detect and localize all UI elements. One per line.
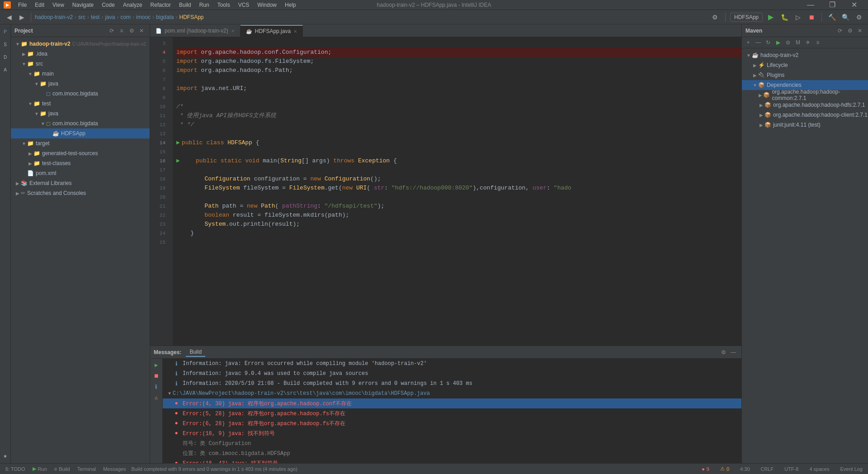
msg-row-4[interactable]: ● Error:(4, 30) java: 程序包org.apache.hado… [163,398,741,408]
bottom-tab-build[interactable]: Build [186,348,205,357]
maven-add-button[interactable]: + [744,38,753,47]
sync-button[interactable]: ⟳ [107,26,116,35]
maven-run-button[interactable]: ▶ [774,38,783,47]
database-icon[interactable]: D [0,52,11,62]
msg-row-2[interactable]: ℹ Information: 2020/5/10 21:08 - Build c… [163,379,741,389]
menu-run[interactable]: Run [196,1,213,9]
menu-view[interactable]: View [49,1,68,9]
tree-package-main[interactable]: ▶ ◻ com.imooc.bigdata [11,89,150,99]
tree-test[interactable]: ▼ 📁 test [11,99,150,109]
tab-hdfsapp[interactable]: ☕ HDFSApp.java ✕ [241,25,303,37]
menu-vcs[interactable]: VCS [235,1,253,9]
settings-button[interactable]: ⚙ [710,12,721,23]
breadcrumb-imooc[interactable]: imooc [136,14,151,20]
tab-hdfsapp-close[interactable]: ✕ [293,29,297,34]
maven-skip-tests-button[interactable]: ⊘ [783,38,793,47]
tree-hdfsapp[interactable]: ▶ ☕ HDFSApp [11,128,150,138]
forward-button[interactable]: ▶ [16,12,27,23]
panel-close-button[interactable]: ✕ [137,26,146,35]
structure-icon[interactable]: S [0,39,11,50]
build-button[interactable]: 🔨 [826,12,837,23]
terminal-button[interactable]: Terminal [75,465,98,473]
warnings-button[interactable]: ⚠ 0 [718,465,731,473]
run-with-coverage-button[interactable]: ▷ [793,12,803,23]
tree-scratches[interactable]: ▶ ✏ Scratches and Consoles [11,188,150,198]
breadcrumb-com[interactable]: com [120,14,131,20]
maven-root[interactable]: ▼ ☕ hadoop-train-v2 [742,50,868,60]
search-everywhere-button[interactable]: 🔍 [840,12,851,23]
maven-collapse-button[interactable]: ≡ [813,38,822,47]
maven-dep-hadoop-client[interactable]: ▶ 📦 org.apache.hadoop:hadoop-client:2.7.… [742,110,868,120]
indent-button[interactable]: 4 spaces [807,465,831,473]
maven-toggle-offline-button[interactable]: ✈ [803,38,812,47]
ant-icon[interactable]: A [0,64,11,75]
breadcrumb-bigdata[interactable]: bigdata [156,14,174,20]
maven-update-button[interactable]: ↻ [764,38,773,47]
bottom-info-button[interactable]: ℹ [152,382,161,391]
tab-pom-close[interactable]: ✕ [231,28,235,33]
breadcrumb-class[interactable]: HDFSApp [179,14,203,20]
encoding-button[interactable]: UTF-8 [783,465,800,473]
tree-test-classes[interactable]: ▶ 📁 test-classes [11,158,150,168]
settings2-button[interactable]: ⚙ [854,12,864,23]
breadcrumb-java[interactable]: java [105,14,115,20]
tree-main[interactable]: ▼ 📁 main [11,69,150,79]
msg-row-7[interactable]: ● Error:(18, 9) java: 找不到符号 [163,428,741,438]
bottom-run-button[interactable]: ▶ [152,360,161,370]
minimize-button[interactable]: — [800,0,821,10]
bottom-warn-button[interactable]: ⚠ [152,393,161,402]
menu-help[interactable]: Help [281,1,300,9]
menu-build[interactable]: Build [175,1,195,9]
tab-pom[interactable]: 📄 pom.xml (hadoop-train-v2) ✕ [150,25,241,37]
menu-refactor[interactable]: Refactor [147,1,175,9]
msg-row-0[interactable]: ℹ Information: java: Errors occurred whi… [163,359,741,369]
menu-tools[interactable]: Tools [214,1,234,9]
menu-code[interactable]: Code [98,1,118,9]
debug-button[interactable]: 🐛 [779,12,790,23]
favorites-icon[interactable]: ★ [0,450,11,461]
menu-edit[interactable]: Edit [31,1,48,9]
maven-close-button[interactable]: ✕ [855,26,864,35]
breadcrumb-test[interactable]: test [91,14,99,20]
msg-row-9[interactable]: 位置: 类 com.imooc.bigdata.HDFSApp [163,448,741,458]
project-icon[interactable]: P [0,26,11,37]
maven-refresh-button[interactable]: ⟳ [835,26,844,35]
tree-ext-libs[interactable]: ▶ 📚 External Libraries [11,178,150,188]
msg-row-3[interactable]: ▼ C:\JAVA\NewProject\hadoop-train-v2\src… [163,389,741,398]
code-content[interactable]: import org.apache.hadoop.conf.Configurat… [173,37,741,346]
back-button[interactable]: ◀ [4,12,14,23]
bottom-close-button[interactable]: — [729,348,738,357]
menu-file[interactable]: File [14,1,30,9]
errors-button[interactable]: ● 9 [700,465,711,473]
msg-row-6[interactable]: ● Error:(6, 28) java: 程序包org.apache.hado… [163,418,741,428]
menu-navigate[interactable]: Navigate [69,1,97,9]
bottom-settings-button[interactable]: ⚙ [719,348,728,357]
msg-row-1[interactable]: ℹ Information: javac 9.0.4 was used to c… [163,369,741,379]
panel-settings-button[interactable]: ⚙ [127,26,136,35]
maven-dep-junit[interactable]: ▶ 📦 junit:junit:4.11 (test) [742,120,868,130]
maven-lifecycle[interactable]: ▶ ⚡ Lifecycle [742,60,868,70]
maximize-button[interactable]: ❐ [822,0,843,10]
breadcrumb-project[interactable]: hadoop-train-v2 [35,14,73,20]
run-configuration[interactable]: HDFSApp [730,13,763,22]
close-button[interactable]: ✕ [844,0,864,10]
maven-settings-button[interactable]: ⚙ [845,26,854,35]
tree-java-test[interactable]: ▼ 📁 java [11,109,150,118]
run-status-button[interactable]: ▶ Run [31,465,49,473]
maven-generate-button[interactable]: M [793,38,802,47]
messages-status-button[interactable]: Messages [101,465,127,473]
stop-button[interactable]: ⏹ [806,12,817,23]
collapse-all-button[interactable]: ≡ [117,26,126,35]
tree-gen-test[interactable]: ▶ 📁 generated-test-sources [11,148,150,158]
tree-target[interactable]: ▼ 📁 target [11,138,150,148]
menu-analyze[interactable]: Analyze [119,1,146,9]
tree-src[interactable]: ▼ 📁 src [11,59,150,69]
msg-row-8[interactable]: 符号: 类 Configuration [163,438,741,448]
todo-button[interactable]: 6: TODO [4,465,27,473]
tree-root[interactable]: ▼ 📁 hadoop-train-v2 C:\JAVA\NewProject\h… [11,39,150,49]
line-endings-button[interactable]: CRLF [759,465,776,473]
maven-plugins[interactable]: ▶ 🔌 Plugins [742,70,868,80]
run-button[interactable]: ▶ [765,12,776,23]
bottom-stop-button[interactable]: ⏹ [152,371,161,380]
tree-idea[interactable]: ▶ 📁 .idea [11,49,150,59]
